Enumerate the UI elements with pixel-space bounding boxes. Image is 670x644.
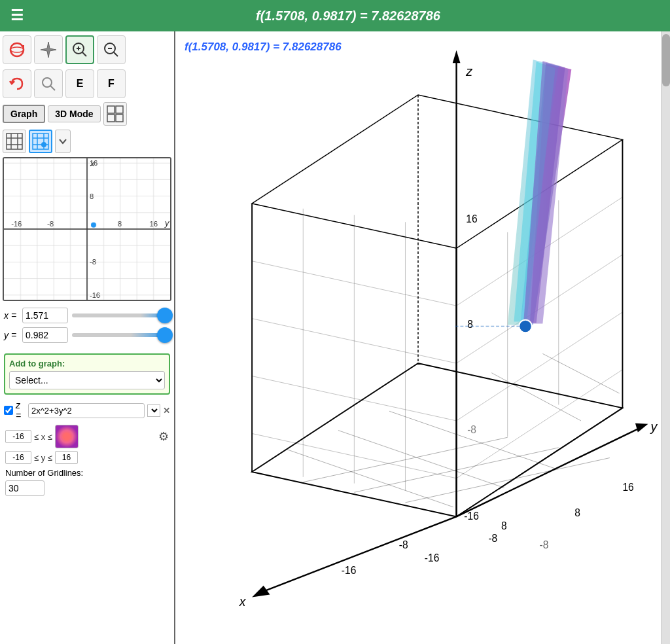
svg-rect-14 bbox=[107, 115, 115, 122]
svg-line-11 bbox=[50, 86, 55, 90]
svg-point-25 bbox=[41, 142, 46, 147]
graph-3d-svg[interactable]: z x y 16 8 -8 -16 8 16 -8 -16 -8 -16 8 -… bbox=[175, 31, 661, 644]
y-input[interactable] bbox=[22, 327, 68, 343]
formula-input[interactable] bbox=[28, 403, 145, 418]
scrollbar[interactable] bbox=[661, 31, 670, 644]
svg-line-9 bbox=[114, 52, 118, 56]
x-range-start[interactable] bbox=[5, 430, 31, 443]
grid-view-btn-1[interactable] bbox=[3, 130, 26, 153]
svg-text:16: 16 bbox=[622, 482, 633, 493]
y-slider-thumb[interactable] bbox=[157, 327, 173, 343]
slider-section: x = y = bbox=[0, 304, 174, 351]
svg-text:-8: -8 bbox=[467, 424, 476, 435]
remove-function-btn[interactable]: ✕ bbox=[163, 406, 170, 416]
menu-icon[interactable]: ☰ bbox=[10, 7, 24, 24]
x-slider-track[interactable] bbox=[72, 313, 170, 317]
svg-rect-13 bbox=[116, 106, 123, 113]
graph-btn[interactable]: Graph bbox=[3, 105, 45, 123]
svg-text:8: 8 bbox=[574, 507, 580, 518]
svg-text:8: 8 bbox=[501, 520, 507, 531]
color-picker[interactable] bbox=[55, 425, 79, 448]
toolbar-row-1 bbox=[0, 31, 174, 65]
undo-btn[interactable] bbox=[3, 69, 31, 98]
sidebar: E F Graph 3D Mode bbox=[0, 31, 175, 644]
svg-rect-20 bbox=[7, 134, 22, 149]
svg-text:-16: -16 bbox=[464, 510, 479, 522]
scrollbar-thumb[interactable] bbox=[662, 34, 670, 86]
svg-point-10 bbox=[43, 78, 52, 87]
grid-view-btn-2[interactable] bbox=[29, 130, 52, 153]
y-range-start[interactable] bbox=[5, 451, 31, 464]
svg-rect-12 bbox=[107, 106, 115, 113]
header-title: f(1.5708, 0.9817) = 7.82628786 bbox=[37, 9, 660, 24]
svg-rect-26 bbox=[33, 134, 48, 149]
svg-text:z: z bbox=[465, 64, 472, 79]
formula-dropdown[interactable]: ▼ bbox=[147, 404, 160, 417]
sparkle-btn[interactable] bbox=[34, 35, 63, 64]
gridlines-label: Number of Gridlines: bbox=[5, 468, 169, 478]
mode3d-btn[interactable]: 3D Mode bbox=[48, 105, 100, 122]
svg-text:-16: -16 bbox=[425, 552, 440, 564]
add-graph-select[interactable]: Select... bbox=[9, 371, 165, 389]
y-label: y = bbox=[4, 330, 18, 340]
y-range-row: ≤ y ≤ bbox=[0, 450, 174, 465]
graph-function-label: f(1.5708, 0.9817) = 7.82628786 bbox=[185, 41, 342, 54]
x-range-row: ≤ x ≤ ⚙ bbox=[0, 423, 174, 450]
main-layout: E F Graph 3D Mode bbox=[0, 31, 670, 644]
z-label: z = bbox=[16, 400, 26, 421]
svg-text:-8: -8 bbox=[488, 533, 497, 544]
y-range-leq1: ≤ y ≤ bbox=[34, 453, 52, 463]
add-to-graph-container: Add to graph: Select... bbox=[4, 353, 170, 395]
svg-text:16: 16 bbox=[466, 213, 477, 224]
y-slider-row: y = bbox=[4, 327, 170, 343]
search-btn[interactable] bbox=[34, 69, 63, 98]
x-input[interactable] bbox=[22, 308, 68, 323]
gridlines-input[interactable] bbox=[5, 480, 44, 496]
function-row: z = ▼ ✕ bbox=[0, 397, 174, 423]
svg-point-1 bbox=[10, 47, 24, 52]
zoom-out-btn[interactable] bbox=[97, 35, 126, 64]
rotate-btn[interactable] bbox=[3, 35, 31, 64]
graph-2d-canvas bbox=[4, 158, 170, 300]
x-slider-thumb[interactable] bbox=[157, 308, 173, 323]
f-btn[interactable]: F bbox=[97, 69, 126, 98]
y-slider-track[interactable] bbox=[72, 333, 170, 337]
graph-area: f(1.5708, 0.9817) = 7.82628786 bbox=[175, 31, 661, 644]
graph-2d-area[interactable] bbox=[3, 157, 171, 301]
gear-icon[interactable]: ⚙ bbox=[158, 429, 169, 444]
x-range-leq1: ≤ x ≤ bbox=[34, 432, 52, 442]
x-label: x = bbox=[4, 310, 18, 321]
dropdown-arrow-btn[interactable] bbox=[55, 130, 71, 153]
svg-text:-8: -8 bbox=[540, 539, 549, 550]
svg-text:-8: -8 bbox=[399, 539, 408, 550]
grid-layout-btn[interactable] bbox=[103, 102, 127, 126]
grid-view-row bbox=[0, 128, 174, 154]
svg-rect-15 bbox=[116, 115, 123, 122]
svg-text:8: 8 bbox=[467, 319, 473, 330]
svg-text:y: y bbox=[649, 420, 658, 434]
add-graph-label: Add to graph: bbox=[9, 359, 165, 368]
svg-line-6 bbox=[82, 52, 86, 56]
svg-text:-16: -16 bbox=[342, 565, 357, 576]
header: ☰ f(1.5708, 0.9817) = 7.82628786 bbox=[0, 0, 670, 31]
gridlines-section: Number of Gridlines: bbox=[0, 465, 174, 499]
function-checkbox[interactable] bbox=[4, 404, 13, 416]
mode-row: Graph 3D Mode bbox=[0, 99, 174, 128]
svg-text:x: x bbox=[239, 594, 247, 609]
svg-marker-2 bbox=[41, 42, 56, 58]
e-btn[interactable]: E bbox=[65, 69, 94, 98]
zoom-in-btn[interactable] bbox=[65, 35, 94, 64]
y-range-end[interactable] bbox=[55, 451, 78, 464]
x-slider-row: x = bbox=[4, 308, 170, 323]
toolbar-row-2: E F bbox=[0, 65, 174, 99]
